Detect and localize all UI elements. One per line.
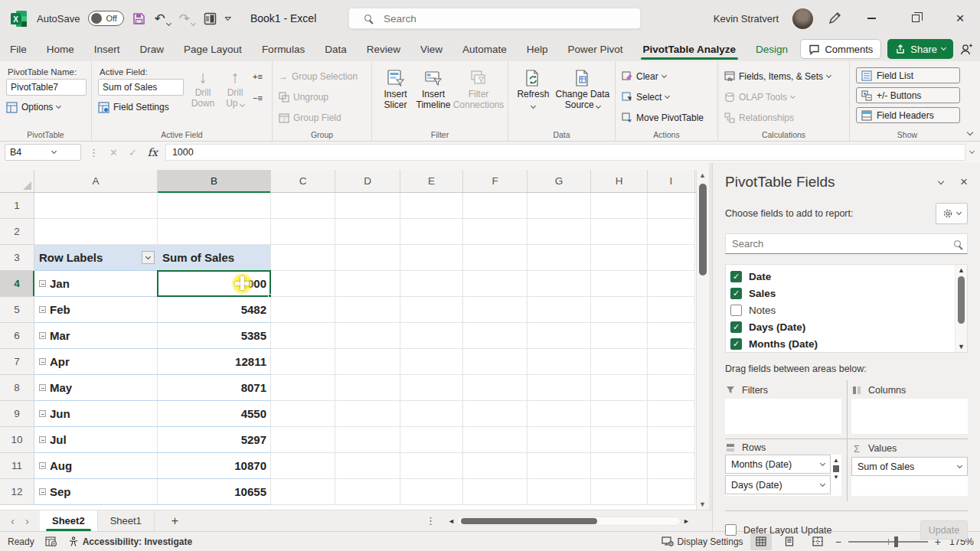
row-header-10[interactable]: 10 [0, 427, 34, 453]
tab-page-layout[interactable]: Page Layout [174, 37, 252, 61]
tab-help[interactable]: Help [517, 37, 558, 61]
row-header-6[interactable]: 6 [0, 323, 34, 349]
column-header-G[interactable]: G [528, 170, 591, 192]
field-checkbox[interactable]: ✓ [730, 321, 742, 333]
cell-E7[interactable] [400, 349, 463, 375]
cell-B5[interactable]: 5482 [158, 297, 271, 323]
cell-C6[interactable] [271, 323, 335, 349]
cell-G11[interactable] [528, 453, 591, 479]
comments-button[interactable]: Comments [800, 39, 881, 59]
cell-D5[interactable] [335, 297, 400, 323]
tab-pivottable-analyze[interactable]: PivotTable Analyze [633, 37, 746, 61]
field-settings-button[interactable]: Field Settings [98, 99, 184, 115]
cell-G1[interactable] [528, 193, 591, 219]
cell-C7[interactable] [271, 349, 335, 375]
field-headers-toggle[interactable]: Field Headers [856, 107, 960, 123]
cell-I4[interactable] [648, 271, 695, 297]
field-item-days-date-[interactable]: ✓Days (Date) [730, 318, 952, 335]
macro-record-icon[interactable] [45, 536, 57, 547]
cell-G10[interactable] [528, 427, 591, 453]
collapse-field-icon[interactable]: −≡ [253, 93, 263, 103]
field-checkbox[interactable]: ✓ [730, 338, 742, 350]
minimize-button[interactable] [856, 0, 887, 37]
expand-collapse-box[interactable] [39, 436, 46, 443]
rows-area-field-days-date-[interactable]: Days (Date) [725, 475, 831, 494]
cell-G6[interactable] [528, 323, 591, 349]
enter-icon[interactable]: ✓ [129, 147, 137, 158]
insert-timeline-button[interactable]: Insert Timeline [414, 66, 452, 127]
cell-B3[interactable]: Sum of Sales [158, 245, 271, 271]
select-all-corner[interactable] [0, 170, 34, 192]
select-button[interactable]: Select [622, 90, 713, 105]
tabbar-dots-icon[interactable]: ⋮ [426, 515, 436, 527]
formula-bar-expand-icon[interactable] [969, 148, 975, 154]
field-checkbox[interactable] [730, 305, 742, 316]
cell-I11[interactable] [648, 453, 695, 479]
row-header-12[interactable]: 12 [0, 479, 34, 505]
tab-review[interactable]: Review [357, 37, 410, 61]
cell-E9[interactable] [400, 401, 463, 427]
zoom-slider[interactable] [848, 541, 928, 543]
update-button[interactable]: Update [920, 520, 968, 540]
rows-area[interactable]: Rows Months (Date)Days (Date) ▲ ▼ [725, 439, 841, 500]
row-header-4[interactable]: 4 [0, 271, 34, 297]
row-header-9[interactable]: 9 [0, 401, 34, 427]
cell-A9[interactable]: Jun [34, 401, 158, 427]
filters-area[interactable]: Filters [725, 380, 841, 439]
cell-F11[interactable] [463, 453, 528, 479]
cell-I1[interactable] [648, 193, 695, 219]
rows-drop-zone[interactable]: Months (Date)Days (Date) ▲ ▼ [725, 455, 841, 496]
cell-I2[interactable] [648, 219, 695, 245]
cell-B6[interactable]: 5385 [158, 323, 271, 349]
vertical-scrollbar[interactable]: ▲ ▼ [696, 170, 709, 511]
cell-D11[interactable] [335, 453, 400, 479]
cell-E4[interactable] [400, 271, 463, 297]
cell-C4[interactable] [271, 271, 335, 297]
vertical-scroll-thumb[interactable] [699, 184, 707, 276]
tab-view[interactable]: View [410, 37, 452, 61]
defer-layout-checkbox[interactable] [725, 524, 737, 536]
field-list-scrollbar[interactable]: ▲ ▼ [955, 265, 967, 352]
cell-D9[interactable] [335, 401, 400, 427]
tab-automate[interactable]: Automate [452, 37, 517, 61]
column-header-I[interactable]: I [648, 170, 695, 192]
cell-F5[interactable] [463, 297, 528, 323]
cell-C2[interactable] [271, 219, 335, 245]
cell-H4[interactable] [591, 271, 648, 297]
accessibility-status[interactable]: Accessibility: Investigate [68, 536, 192, 547]
cell-F6[interactable] [463, 323, 528, 349]
search-input[interactable] [384, 13, 598, 24]
drill-up-button[interactable]: ↑ Drill Up [222, 66, 248, 115]
fields-search-box[interactable] [725, 233, 968, 254]
cell-H6[interactable] [591, 323, 648, 349]
cell-H7[interactable] [591, 349, 648, 375]
save-icon[interactable] [132, 12, 145, 25]
sheet-nav-next-icon[interactable]: › [25, 514, 29, 527]
cell-F12[interactable] [463, 479, 528, 505]
cell-A8[interactable]: May [34, 375, 158, 401]
filters-drop-zone[interactable] [725, 399, 841, 434]
cell-D1[interactable] [335, 193, 400, 219]
pane-options-chevron-icon[interactable] [938, 178, 944, 184]
cell-H1[interactable] [591, 193, 648, 219]
cell-A3[interactable]: Row Labels [34, 245, 158, 271]
tab-home[interactable]: Home [37, 37, 84, 61]
scroll-left-icon[interactable]: ◄ [446, 517, 457, 525]
expand-collapse-box[interactable] [39, 384, 46, 391]
excel-app-icon[interactable]: X [9, 9, 28, 28]
cell-A11[interactable]: Aug [34, 453, 158, 479]
move-pivottable-button[interactable]: Move PivotTable [622, 110, 713, 126]
cell-C5[interactable] [271, 297, 335, 323]
cell-E8[interactable] [400, 375, 463, 401]
change-data-source-button[interactable]: Change Data Source [555, 66, 610, 127]
clear-button[interactable]: Clear [622, 69, 713, 84]
scroll-down-icon[interactable]: ▼ [699, 500, 706, 508]
field-list-scroll-thumb[interactable] [958, 276, 965, 324]
cell-F7[interactable] [463, 349, 528, 375]
undo-icon[interactable]: ↶ [154, 12, 170, 25]
search-box[interactable] [348, 8, 641, 29]
row-header-1[interactable]: 1 [0, 193, 34, 219]
cell-C12[interactable] [271, 479, 335, 505]
row-labels-filter-button[interactable] [142, 251, 155, 264]
expand-field-icon[interactable]: +≡ [253, 72, 263, 81]
